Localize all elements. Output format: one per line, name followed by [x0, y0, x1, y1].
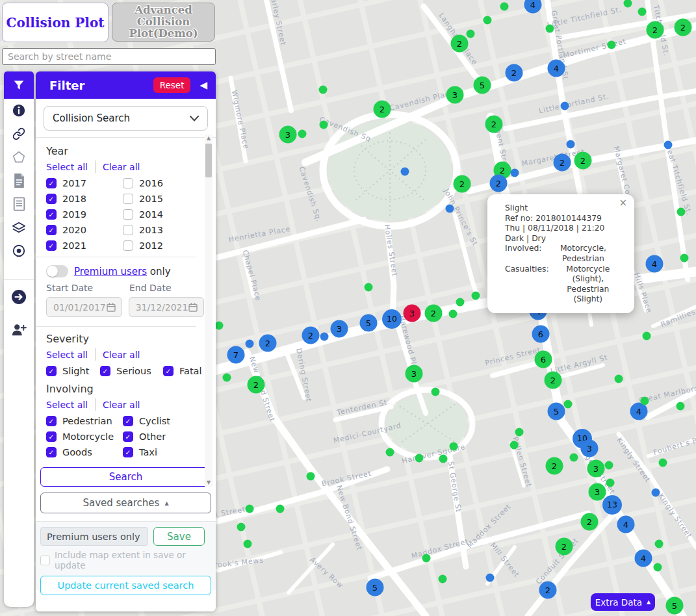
- checkbox[interactable]: [123, 194, 133, 204]
- extra-data-button[interactable]: Extra Data ▲: [591, 593, 655, 611]
- year-select-all-link[interactable]: Select all: [46, 162, 88, 172]
- year-checkbox-2015[interactable]: 2015: [123, 194, 196, 204]
- map-cluster-marker[interactable]: 2: [539, 582, 557, 599]
- map-dot-marker[interactable]: [215, 322, 224, 330]
- tab-advanced-collision-plot[interactable]: Advanced Collision Plot(Demo): [112, 3, 215, 42]
- filter-scrollbar[interactable]: ▲ ▼: [205, 135, 213, 487]
- popup-close-icon[interactable]: ×: [619, 198, 627, 209]
- include-extent-checkbox[interactable]: [40, 556, 50, 565]
- map-cluster-marker[interactable]: 2: [425, 305, 443, 322]
- map-dot-marker[interactable]: [467, 30, 475, 38]
- premium-users-toggle[interactable]: [46, 265, 68, 277]
- checkbox[interactable]: [123, 240, 133, 251]
- map-cluster-marker[interactable]: 2: [581, 513, 599, 531]
- map-cluster-marker[interactable]: 2: [374, 101, 391, 118]
- year-clear-all-link[interactable]: Clear all: [103, 162, 140, 172]
- map-dot-marker[interactable]: [237, 523, 246, 532]
- map-dot-marker[interactable]: [386, 448, 394, 457]
- map-dot-marker[interactable]: [450, 443, 458, 451]
- involving-select-all-link[interactable]: Select all: [46, 400, 88, 410]
- year-checkbox-2014[interactable]: 2014: [123, 209, 196, 220]
- map-dot-marker[interactable]: [456, 298, 465, 307]
- saved-search-name-input[interactable]: [40, 527, 148, 546]
- map-cluster-marker[interactable]: 2: [248, 376, 265, 394]
- map-dot-marker[interactable]: [320, 121, 328, 129]
- map-cluster-marker[interactable]: 6: [532, 326, 550, 343]
- scrollbar-thumb[interactable]: [205, 144, 212, 177]
- map-cluster-marker[interactable]: 5: [367, 579, 384, 597]
- map-dot-marker[interactable]: [515, 428, 524, 437]
- map-cluster-marker[interactable]: 3: [446, 86, 464, 104]
- map-cluster-marker[interactable]: 2: [675, 19, 692, 36]
- checkbox[interactable]: ✓: [46, 194, 57, 204]
- checkbox[interactable]: ✓: [123, 416, 133, 426]
- map-cluster-marker[interactable]: 3: [581, 440, 599, 457]
- sidebar-item-go[interactable]: [7, 285, 31, 309]
- start-date-input[interactable]: 01/01/2017: [46, 297, 122, 317]
- tab-collision-plot[interactable]: Collision Plot: [2, 3, 109, 42]
- map-dot-marker[interactable]: [615, 375, 623, 383]
- saved-searches-button[interactable]: Saved searches ▲: [40, 493, 211, 513]
- map-dot-marker[interactable]: [500, 3, 509, 11]
- map-dot-marker[interactable]: [641, 397, 649, 405]
- collision-search-select[interactable]: Collision Search: [44, 106, 208, 131]
- map-dot-marker[interactable]: [652, 489, 660, 497]
- map-dot-marker[interactable]: [223, 374, 231, 382]
- year-checkbox-2016[interactable]: 2016: [123, 178, 196, 188]
- involving-checkbox-goods[interactable]: ✓Goods: [46, 447, 123, 457]
- map-dot-marker[interactable]: [319, 86, 328, 94]
- map-cluster-marker[interactable]: 4: [617, 516, 635, 533]
- map-dot-marker[interactable]: [606, 479, 615, 487]
- map-dot-marker[interactable]: [307, 472, 315, 481]
- map-cluster-marker[interactable]: 3: [331, 320, 348, 338]
- map-dot-marker[interactable]: [244, 540, 252, 548]
- map-cluster-marker[interactable]: 2: [554, 154, 571, 172]
- map-dot-marker[interactable]: [624, 0, 632, 8]
- street-search-input[interactable]: [2, 48, 216, 65]
- map-cluster-marker[interactable]: 3: [406, 365, 423, 383]
- checkbox[interactable]: ✓: [46, 447, 57, 457]
- map-cluster-marker[interactable]: 3: [404, 305, 421, 322]
- map-dot-marker[interactable]: [654, 563, 662, 572]
- map-dot-marker[interactable]: [564, 400, 573, 409]
- update-saved-search-button[interactable]: Update current saved search: [40, 576, 211, 595]
- save-button[interactable]: Save: [153, 527, 205, 546]
- map-dot-marker[interactable]: [486, 574, 495, 582]
- checkbox[interactable]: ✓: [123, 431, 133, 442]
- involving-checkbox-pedestrian[interactable]: ✓Pedestrian: [46, 416, 123, 426]
- map-dot-marker[interactable]: [643, 332, 651, 340]
- map-dot-marker[interactable]: [432, 388, 440, 396]
- map-dot-marker[interactable]: [570, 454, 578, 462]
- sidebar-item-boundary[interactable]: [7, 146, 31, 169]
- map-dot-marker[interactable]: [511, 169, 519, 177]
- map-cluster-marker[interactable]: 2: [556, 538, 573, 556]
- map-dot-marker[interactable]: [677, 208, 686, 216]
- map-dot-marker[interactable]: [422, 554, 431, 563]
- map-dot-marker[interactable]: [638, 8, 647, 16]
- map-dot-marker[interactable]: [415, 454, 424, 463]
- severity-checkbox-serious[interactable]: ✓Serious: [100, 366, 163, 376]
- year-checkbox-2017[interactable]: ✓2017: [46, 178, 123, 188]
- map-cluster-marker[interactable]: 2: [302, 327, 320, 344]
- map-cluster-marker[interactable]: 4: [548, 60, 565, 77]
- checkbox[interactable]: ✓: [123, 447, 133, 457]
- checkbox[interactable]: ✓: [46, 178, 57, 188]
- map-cluster-marker[interactable]: 3: [589, 483, 606, 501]
- map-dot-marker[interactable]: [561, 102, 569, 110]
- year-checkbox-2020[interactable]: ✓2020: [46, 225, 123, 235]
- severity-clear-all-link[interactable]: Clear all: [103, 350, 140, 360]
- map-dot-marker[interactable]: [246, 505, 254, 513]
- sidebar-item-add-user[interactable]: [7, 318, 31, 341]
- map-dot-marker[interactable]: [608, 41, 616, 49]
- map-cluster-marker[interactable]: 7: [227, 346, 245, 364]
- reset-button[interactable]: Reset: [153, 77, 191, 93]
- map-dot-marker[interactable]: [472, 292, 480, 300]
- involving-checkbox-cyclist[interactable]: ✓Cyclist: [123, 416, 196, 426]
- map-dot-marker[interactable]: [680, 254, 689, 263]
- checkbox[interactable]: ✓: [46, 416, 57, 426]
- map-cluster-marker[interactable]: 5: [474, 77, 491, 94]
- map-dot-marker[interactable]: [659, 459, 667, 467]
- map-dot-marker[interactable]: [510, 441, 519, 450]
- map-dot-marker[interactable]: [439, 575, 447, 584]
- map-dot-marker[interactable]: [605, 461, 613, 470]
